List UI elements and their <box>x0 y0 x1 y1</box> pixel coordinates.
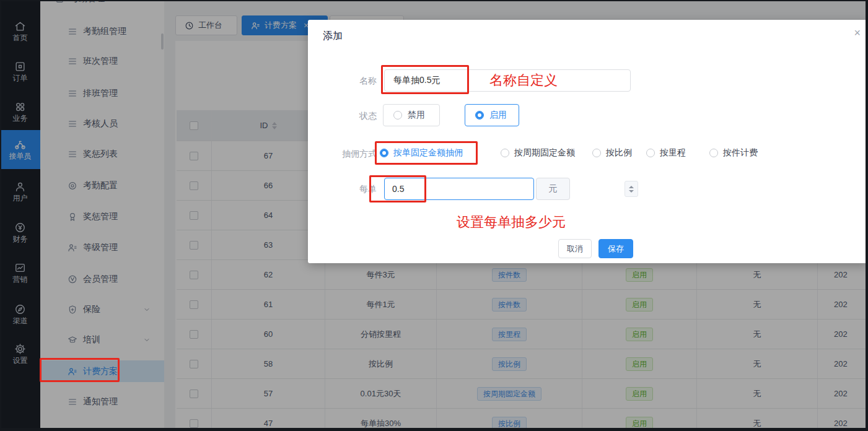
save-button[interactable]: 保存 <box>598 239 633 258</box>
radio-icon <box>501 149 509 157</box>
radio-label: 按件计费 <box>723 147 758 159</box>
close-icon[interactable]: × <box>854 27 861 38</box>
radio-cycle-fixed[interactable]: 按周期固定金额 <box>501 147 575 159</box>
method-field-label: 抽佣方式 <box>327 149 377 160</box>
cancel-button[interactable]: 取消 <box>558 239 592 258</box>
radio-label: 按单固定金额抽佣 <box>393 147 463 159</box>
radio-label: 禁用 <box>408 110 425 121</box>
unit-suffix: 元 <box>536 178 570 200</box>
radio-selected-icon <box>475 111 484 120</box>
radio-icon <box>393 111 402 120</box>
name-input[interactable]: 每单抽0.5元 <box>384 69 631 92</box>
amount-input[interactable]: 0.5 <box>384 178 534 200</box>
radio-label: 按比例 <box>606 147 632 159</box>
radio-icon <box>646 149 655 157</box>
radio-label: 启用 <box>489 110 507 121</box>
name-field-label: 名称 <box>327 76 377 87</box>
number-stepper[interactable] <box>625 181 638 197</box>
add-dialog: 添加 × 名称 每单抽0.5元 名称自定义 状态 禁用 启用 抽佣方式 按单固定… <box>308 20 868 263</box>
radio-label: 按周期固定金额 <box>514 147 575 159</box>
amount-field-label: 每单 <box>327 184 377 195</box>
radio-label: 按里程 <box>660 147 686 159</box>
radio-by-piece[interactable]: 按件计费 <box>709 147 758 159</box>
radio-per-order-fixed[interactable]: 按单固定金额抽佣 <box>380 147 463 159</box>
radio-icon <box>709 149 718 157</box>
radio-disabled[interactable]: 禁用 <box>383 104 440 126</box>
status-field-label: 状态 <box>327 111 377 122</box>
app-screen: 首页 订单 业务 接单员 用户 财务 营销 渠道 <box>0 0 868 431</box>
radio-selected-icon <box>380 149 388 157</box>
dialog-title: 添加 <box>323 30 343 43</box>
radio-enabled[interactable]: 启用 <box>465 104 519 126</box>
radio-by-mileage[interactable]: 按里程 <box>646 147 686 159</box>
radio-by-ratio[interactable]: 按比例 <box>592 147 632 159</box>
radio-icon <box>592 149 601 157</box>
annotation-text-amount: 设置每单抽多少元 <box>457 213 566 232</box>
